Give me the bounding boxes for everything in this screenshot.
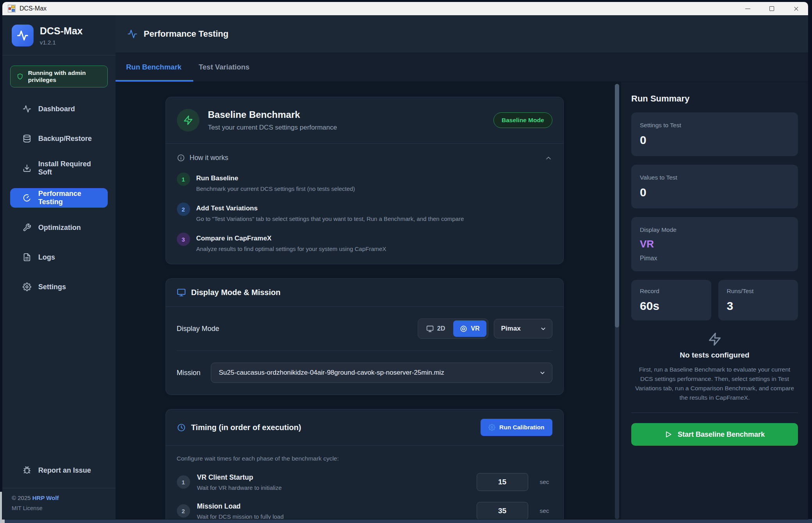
zap-icon: [183, 115, 193, 125]
app-version: v1.2.1: [40, 39, 83, 46]
minimize-icon: [745, 9, 750, 9]
headset-select[interactable]: Pimax: [494, 319, 552, 338]
timing-card-title: Timing (in order of execution): [191, 423, 301, 432]
report-issue-button[interactable]: Report an Issue: [2, 461, 116, 480]
tab-run-benchmark[interactable]: Run Benchmark: [126, 63, 182, 82]
window-controls: [735, 2, 808, 15]
values-to-test-label: Values to Test: [640, 174, 789, 181]
mission-select[interactable]: Su25-caucasus-ordzhonikidze-04air-98grou…: [211, 363, 552, 383]
activity-icon: [127, 29, 137, 39]
minimize-button[interactable]: [735, 2, 760, 15]
sidebar-item-label: Logs: [38, 253, 55, 262]
clock-icon: [177, 423, 186, 432]
baseline-card-subtitle: Test your current DCS settings performan…: [208, 124, 485, 132]
sidebar-item-backup-restore[interactable]: Backup/Restore: [10, 129, 108, 148]
sidebar-item-label: Dashboard: [38, 105, 75, 113]
zap-outline-icon: [708, 332, 722, 346]
admin-badge-label: Running with admin privileges: [28, 69, 101, 84]
step-number: 3: [177, 233, 190, 246]
author-link[interactable]: HRP Wolf: [32, 495, 59, 501]
run-calibration-button[interactable]: Run Calibration: [481, 419, 552, 436]
record-label: Record: [640, 288, 703, 295]
copyright-prefix: © 2025: [12, 495, 32, 501]
download-icon: [23, 164, 31, 173]
settings-to-test-value: 0: [640, 133, 789, 147]
close-button[interactable]: [784, 2, 808, 15]
page-title: Performance Testing: [144, 29, 228, 39]
sidebar-nav: Dashboard Backup/Restore Install Require…: [2, 99, 116, 297]
display-mode-summary-card: Display Mode VR Pimax: [631, 217, 798, 271]
run-summary-panel: Run Summary Settings to Test 0 Values to…: [621, 82, 808, 519]
mission-row: Mission Su25-caucasus-ordzhonikidze-04ai…: [177, 351, 552, 395]
main-area: Performance Testing Run Benchmark Test V…: [116, 15, 808, 519]
wrench-icon: [23, 223, 31, 232]
sidebar-item-logs[interactable]: Logs: [10, 247, 108, 267]
tab-test-variations[interactable]: Test Variations: [199, 63, 249, 82]
display-mode-summary-value: VR: [640, 238, 789, 250]
chevron-up-icon[interactable]: [545, 154, 552, 162]
record-value: 60s: [640, 299, 703, 313]
app-name: DCS-Max: [40, 25, 83, 37]
mode-2d-button[interactable]: 2D: [420, 320, 452, 337]
report-issue-label: Report an Issue: [38, 466, 91, 475]
display-mode-summary-label: Display Mode: [640, 226, 789, 233]
sidebar-item-optimization[interactable]: Optimization: [10, 218, 108, 237]
timing-card: Timing (in order of execution) Run Calib…: [166, 409, 564, 519]
sidebar-item-label: Performance Testing: [38, 190, 102, 206]
mission-load-seconds-input[interactable]: [477, 502, 528, 519]
run-calibration-label: Run Calibration: [499, 424, 544, 431]
target-icon: [460, 325, 467, 333]
page-header: Performance Testing: [116, 15, 808, 53]
timing-step-number: 2: [177, 504, 190, 518]
display-mode-mission-card: Display Mode & Mission Display Mode: [166, 278, 564, 395]
copyright-line: © 2025 HRP Wolf: [12, 495, 106, 501]
headset-select-value: Pimax: [501, 325, 521, 333]
baseline-card-title: Baseline Benchmark: [208, 109, 485, 120]
baseline-benchmark-card: Baseline Benchmark Test your current DCS…: [166, 97, 564, 264]
gear-icon: [23, 283, 31, 291]
sidebar-item-label: Install Required Soft: [38, 160, 102, 176]
settings-to-test-label: Settings to Test: [640, 122, 789, 129]
mission-label: Mission: [177, 369, 201, 377]
vr-client-startup-seconds-input[interactable]: [477, 473, 528, 491]
sidebar-item-dashboard[interactable]: Dashboard: [10, 99, 108, 119]
timing-row-vr-client-startup: 1 VR Client Startup Wait for VR hardware…: [177, 473, 552, 491]
shield-icon: [17, 73, 23, 80]
activity-icon: [23, 105, 31, 113]
monitor-icon: [426, 325, 434, 333]
step-number: 2: [177, 203, 190, 216]
sidebar-item-settings[interactable]: Settings: [10, 277, 108, 297]
timing-step-title: Mission Load: [197, 502, 470, 511]
timing-intro: Configure wait times for each phase of t…: [177, 455, 552, 462]
sidebar: DCS-Max v1.2.1 Running with admin privil…: [2, 15, 116, 519]
sidebar-item-performance-testing[interactable]: Performance Testing: [10, 188, 108, 208]
display-mode-summary-headset: Pimax: [640, 255, 789, 262]
seconds-unit-label: sec: [535, 507, 552, 514]
no-tests-title: No tests configured: [631, 351, 798, 359]
gear-icon: [488, 424, 495, 431]
app-logo-section: DCS-Max v1.2.1: [2, 15, 116, 55]
scrollbar-thumb[interactable]: [615, 84, 619, 327]
sidebar-item-install-required-soft[interactable]: Install Required Soft: [10, 158, 108, 178]
maximize-button[interactable]: [760, 2, 784, 15]
display-mode-toggle: 2D VR: [418, 318, 488, 339]
sidebar-item-label: Backup/Restore: [38, 135, 92, 143]
timing-step-description: Wait for VR hardware to initialize: [197, 484, 470, 491]
start-baseline-benchmark-button[interactable]: Start Baseline Benchmark: [631, 423, 798, 446]
timing-step-description: Wait for DCS mission to fully load: [197, 513, 470, 519]
close-icon: [793, 6, 799, 12]
runs-per-test-label: Runs/Test: [727, 288, 790, 295]
window-title: DCS-Max: [20, 5, 46, 12]
step-title: Run Baseline: [196, 173, 355, 182]
monitor-icon: [177, 288, 186, 297]
step-number: 1: [177, 173, 190, 186]
sidebar-item-label: Settings: [38, 283, 66, 291]
chevron-down-icon: [540, 326, 547, 332]
file-text-icon: [23, 253, 31, 262]
sidebar-item-label: Optimization: [38, 224, 81, 232]
mode-vr-button[interactable]: VR: [453, 320, 486, 337]
display-mode-row: Display Mode 2D: [177, 307, 552, 351]
run-summary-title: Run Summary: [631, 94, 798, 104]
how-it-works-label: How it works: [190, 154, 228, 162]
scrollbar-track[interactable]: [615, 84, 619, 519]
